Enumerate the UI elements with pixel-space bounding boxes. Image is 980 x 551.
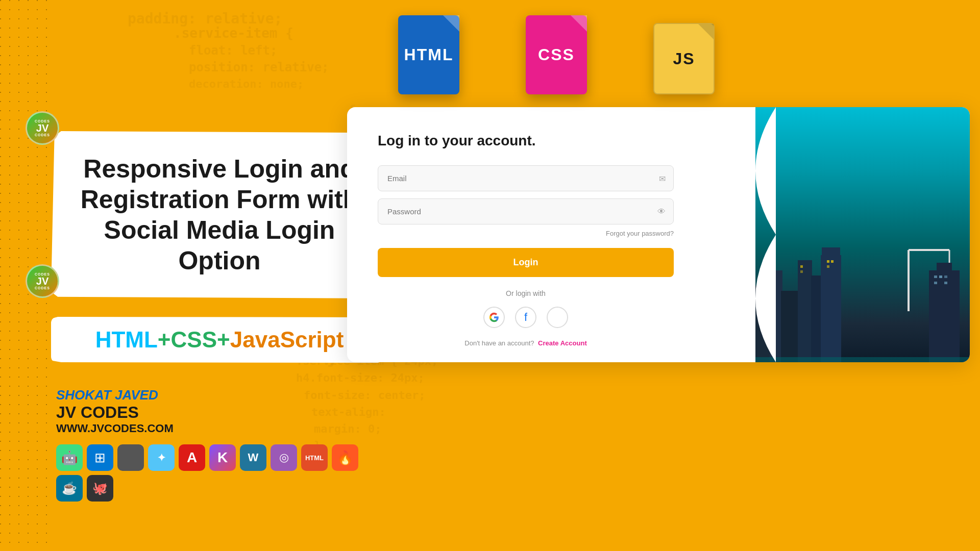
icon-java[interactable]: ☕ bbox=[56, 475, 83, 502]
create-account-text: Don't have an account? bbox=[464, 339, 534, 347]
icon-podcast[interactable]: ◎ bbox=[271, 444, 297, 471]
svg-rect-16 bbox=[800, 270, 803, 273]
email-input[interactable] bbox=[378, 165, 674, 191]
right-section: HTML CSS JS Log in to your account. bbox=[347, 0, 980, 551]
svg-rect-11 bbox=[937, 263, 952, 272]
social-icons-row: f bbox=[378, 307, 674, 328]
file-icons-row: HTML CSS JS bbox=[398, 15, 715, 94]
tech-html-label: HTML bbox=[95, 327, 158, 352]
brand-name: JV CODES bbox=[56, 403, 388, 422]
svg-rect-15 bbox=[800, 265, 803, 268]
password-toggle-icon[interactable]: 👁 bbox=[657, 207, 666, 216]
svg-rect-18 bbox=[939, 276, 942, 278]
tech-stack-text: HTML+CSS+JavaScript bbox=[69, 327, 370, 353]
author-name: SHOKAT JAVED bbox=[56, 387, 388, 403]
icon-wordpress[interactable]: W bbox=[240, 444, 266, 471]
forgot-password-link[interactable]: Forgot your password? bbox=[606, 230, 674, 237]
left-section: CODES JV CODES CODES JV CODES Responsive… bbox=[41, 0, 388, 551]
login-button[interactable]: Login bbox=[378, 248, 674, 277]
password-input[interactable] bbox=[378, 198, 674, 224]
or-login-text: Or login with bbox=[378, 289, 674, 297]
svg-rect-5 bbox=[821, 255, 841, 362]
author-section: SHOKAT JAVED JV CODES WWW.JVCODES.COM 🤖 … bbox=[56, 387, 388, 502]
svg-rect-3 bbox=[798, 260, 812, 362]
html-file-label: HTML bbox=[404, 45, 454, 64]
tech-icons-row: 🤖 ⊞ ✦ A K W ◎ HTML 🔥 ☕ 🐙 bbox=[56, 444, 388, 502]
city-image-panel bbox=[755, 107, 970, 362]
tech-css-label: CSS bbox=[171, 327, 217, 352]
logo-badge-top: CODES JV CODES bbox=[26, 111, 59, 145]
title-container: Responsive Login and Registration Form w… bbox=[51, 131, 388, 502]
google-icon bbox=[489, 312, 499, 322]
logo-badge-bottom: CODES JV CODES bbox=[26, 264, 59, 298]
facebook-login-button[interactable]: f bbox=[515, 307, 536, 328]
css-file-icon: CSS bbox=[526, 15, 587, 94]
login-title: Log in to your account. bbox=[378, 133, 674, 149]
tech-plus2: + bbox=[217, 327, 230, 352]
svg-rect-20 bbox=[934, 282, 937, 284]
email-input-group: ✉ bbox=[378, 165, 674, 191]
js-file-label: JS bbox=[673, 49, 695, 68]
panel-wave-divider bbox=[755, 107, 776, 362]
tech-stack-box: HTML+CSS+JavaScript bbox=[51, 317, 388, 363]
icon-android[interactable]: 🤖 bbox=[56, 444, 83, 471]
icon-html5[interactable]: HTML bbox=[301, 444, 328, 471]
svg-rect-2 bbox=[781, 291, 799, 362]
website-url: WWW.JVCODES.COM bbox=[56, 422, 388, 435]
forgot-password-container: Forgot your password? bbox=[378, 229, 674, 238]
google-login-button[interactable] bbox=[483, 307, 505, 328]
icon-kotlin[interactable]: K bbox=[209, 444, 236, 471]
apple-login-button[interactable] bbox=[547, 307, 568, 328]
svg-rect-19 bbox=[944, 276, 947, 278]
title-box: Responsive Login and Registration Form w… bbox=[51, 131, 388, 298]
svg-rect-6 bbox=[822, 247, 840, 258]
svg-rect-14 bbox=[827, 265, 829, 268]
login-form-container: Log in to your account. ✉ 👁 Forgot your … bbox=[347, 107, 704, 362]
badge-jv-top: JV bbox=[36, 123, 48, 133]
svg-rect-4 bbox=[811, 276, 822, 362]
create-account-container: Don't have an account? Create Account bbox=[378, 339, 674, 347]
email-icon: ✉ bbox=[659, 173, 666, 183]
badge-codes-bottom2: CODES bbox=[35, 286, 50, 290]
icon-github[interactable]: 🐙 bbox=[87, 475, 113, 502]
svg-rect-13 bbox=[831, 260, 834, 263]
svg-rect-21 bbox=[944, 282, 947, 284]
badge-jv-bottom: JV bbox=[36, 276, 48, 286]
icon-apple[interactable] bbox=[117, 444, 144, 471]
city-skyline bbox=[755, 209, 970, 362]
password-input-group: 👁 bbox=[378, 198, 674, 224]
main-panel: Log in to your account. ✉ 👁 Forgot your … bbox=[347, 107, 970, 362]
svg-rect-12 bbox=[827, 260, 829, 263]
icon-flutter[interactable]: ✦ bbox=[148, 444, 175, 471]
svg-rect-22 bbox=[755, 357, 970, 362]
tech-js-label: JavaScript bbox=[230, 327, 344, 352]
js-file-icon: JS bbox=[653, 23, 715, 94]
tech-plus1: + bbox=[158, 327, 171, 352]
create-account-link[interactable]: Create Account bbox=[538, 339, 587, 347]
icon-angular[interactable]: A bbox=[179, 444, 205, 471]
html-file-icon: HTML bbox=[398, 15, 459, 94]
main-title: Responsive Login and Registration Form w… bbox=[80, 154, 359, 276]
css-file-label: CSS bbox=[538, 45, 575, 64]
svg-rect-17 bbox=[934, 276, 937, 278]
icon-windows[interactable]: ⊞ bbox=[87, 444, 113, 471]
badge-codes-top2: CODES bbox=[35, 133, 50, 137]
